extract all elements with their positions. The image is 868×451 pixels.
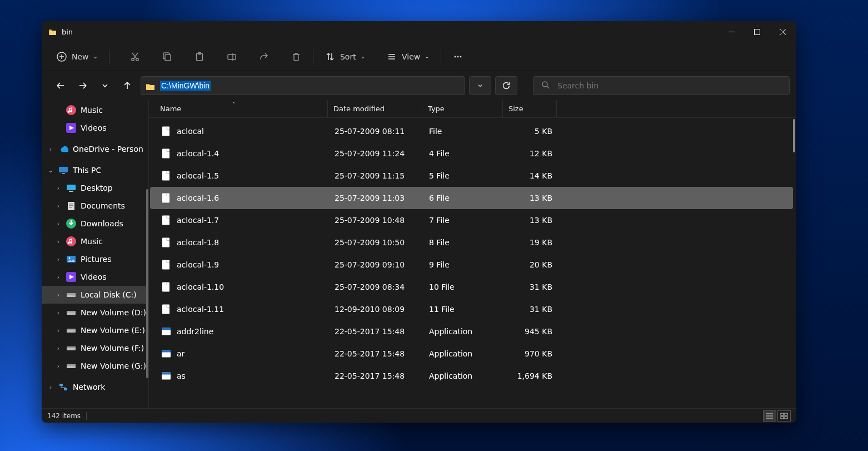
file-name: aclocal (177, 127, 204, 136)
music-icon (66, 236, 76, 246)
tree-item-new-volume-d-[interactable]: ›New Volume (D:) (42, 304, 148, 321)
file-row[interactable]: addr2line22-05-2017 15:48Application945 … (150, 320, 793, 343)
item-count: 142 items (47, 412, 81, 420)
more-button[interactable] (448, 48, 468, 66)
file-row[interactable]: aclocal-1.1112-09-2010 08:0911 File31 KB (150, 298, 793, 320)
file-row[interactable]: aclocal-1.425-07-2009 11:244 File12 KB (150, 142, 793, 165)
tree-item-music[interactable]: Music (42, 101, 148, 119)
title-bar[interactable]: bin (42, 21, 796, 42)
svg-rect-25 (165, 54, 171, 61)
chevron-icon[interactable]: › (55, 327, 62, 334)
file-row[interactable]: as22-05-2017 15:48Application1,694 KB (150, 365, 793, 387)
tree-item-label: Local Disk (C:) (81, 290, 137, 299)
tree-item-desktop[interactable]: ›Desktop (42, 179, 148, 197)
tree-item-this-pc[interactable]: ⌄This PC (42, 161, 148, 179)
address-path[interactable]: C:\MinGW\bin (160, 81, 211, 91)
search-box[interactable] (533, 76, 790, 95)
tree-item-new-volume-f-[interactable]: ›New Volume (F:) (42, 339, 148, 357)
rename-button[interactable] (222, 48, 242, 66)
videos-icon (66, 123, 76, 133)
copy-button[interactable] (157, 48, 177, 66)
paste-button[interactable] (189, 48, 209, 66)
chevron-icon[interactable]: › (55, 220, 62, 227)
file-row[interactable]: aclocal-1.725-07-2009 10:487 File13 KB (150, 209, 793, 231)
cut-button[interactable] (125, 48, 145, 66)
chevron-icon[interactable]: › (55, 185, 62, 192)
chevron-icon[interactable]: ⌄ (47, 167, 54, 174)
file-name: aclocal-1.8 (177, 238, 219, 247)
tree-item-new-volume-e-[interactable]: ›New Volume (E:) (42, 321, 148, 339)
chevron-icon[interactable]: › (55, 363, 62, 370)
column-name[interactable]: Name (154, 100, 328, 117)
file-name: ar (177, 349, 184, 358)
details-view-toggle[interactable] (763, 410, 776, 422)
chevron-icon[interactable]: › (55, 256, 62, 263)
nav-tree: MusicVideos›OneDrive - Person⌄This PC›De… (42, 100, 148, 408)
file-row[interactable]: aclocal-1.925-07-2009 09:109 File20 KB (150, 254, 793, 276)
tree-item-network[interactable]: ›Network (42, 378, 148, 396)
file-row[interactable]: ar22-05-2017 15:48Application970 KB (150, 343, 793, 365)
thumbnails-view-toggle[interactable] (777, 410, 791, 422)
chevron-icon[interactable]: › (55, 345, 62, 352)
file-name: aclocal-1.10 (177, 283, 224, 291)
view-button[interactable]: View ⌄ (382, 48, 434, 66)
network-icon (58, 382, 68, 392)
chevron-icon[interactable]: › (55, 309, 62, 316)
tree-item-label: New Volume (E:) (81, 326, 145, 335)
close-button[interactable] (770, 21, 795, 42)
delete-button[interactable] (286, 48, 306, 66)
svg-rect-21 (754, 29, 760, 34)
chevron-icon[interactable]: › (47, 146, 54, 153)
file-icon (161, 281, 171, 293)
search-input[interactable] (556, 81, 781, 91)
tree-item-onedrive-person[interactable]: ›OneDrive - Person (42, 140, 148, 158)
chevron-icon[interactable]: › (47, 384, 54, 391)
tree-item-videos[interactable]: Videos (42, 119, 148, 137)
file-row[interactable]: aclocal-1.825-07-2009 10:508 File19 KB (150, 231, 793, 254)
tree-item-documents[interactable]: ›Documents (42, 197, 148, 215)
file-row[interactable]: aclocal-1.625-07-2009 11:036 File13 KB (150, 187, 793, 209)
address-history-button[interactable] (469, 76, 491, 95)
tree-item-downloads[interactable]: ›Downloads (42, 215, 148, 232)
maximize-button[interactable] (744, 21, 770, 42)
column-date[interactable]: Date modified (328, 100, 422, 117)
file-size: 1,694 KB (504, 371, 558, 380)
file-type: Application (423, 371, 504, 380)
search-icon (541, 81, 550, 91)
file-scrollbar[interactable] (793, 119, 795, 152)
svg-point-30 (457, 56, 458, 57)
tree-item-label: Desktop (81, 184, 113, 192)
chevron-icon[interactable]: › (55, 291, 62, 299)
forward-button[interactable] (74, 77, 92, 95)
recent-button[interactable] (96, 77, 114, 95)
file-row[interactable]: aclocal-1.1025-07-2009 08:3410 File31 KB (150, 276, 793, 298)
file-row[interactable]: aclocal25-07-2009 08:11File5 KB (150, 120, 793, 142)
tree-item-pictures[interactable]: ›Pictures (42, 250, 148, 268)
tree-item-new-volume-g-[interactable]: ›New Volume (G:) (42, 357, 148, 375)
file-icon (161, 147, 171, 160)
sort-indicator-icon: ˄ (232, 102, 235, 108)
divider (109, 49, 109, 64)
sidebar-scrollbar[interactable] (146, 189, 148, 378)
file-row[interactable]: aclocal-1.525-07-2009 11:155 File14 KB (150, 165, 793, 187)
chevron-icon[interactable]: › (55, 274, 62, 281)
chevron-icon[interactable]: › (55, 238, 62, 245)
file-size: 13 KB (504, 216, 558, 225)
new-button[interactable]: New ⌄ (52, 48, 102, 66)
minimize-button[interactable] (719, 21, 744, 42)
up-button[interactable] (118, 77, 136, 95)
svg-point-24 (136, 58, 139, 61)
column-type[interactable]: Type (422, 100, 503, 117)
tree-item-local-disk-c-[interactable]: ›Local Disk (C:) (42, 286, 148, 304)
chevron-icon[interactable]: › (55, 202, 62, 210)
file-name: aclocal-1.5 (177, 171, 219, 180)
tree-item-videos[interactable]: ›Videos (42, 268, 148, 286)
column-size[interactable]: Size (503, 100, 557, 117)
tree-item-music[interactable]: ›Music (42, 232, 148, 250)
address-bar[interactable]: C:\MinGW\bin (141, 76, 465, 95)
file-type: 10 File (423, 283, 504, 291)
share-button[interactable] (254, 48, 274, 66)
back-button[interactable] (52, 77, 69, 95)
refresh-button[interactable] (495, 76, 517, 95)
sort-button[interactable]: Sort ⌄ (320, 48, 370, 66)
